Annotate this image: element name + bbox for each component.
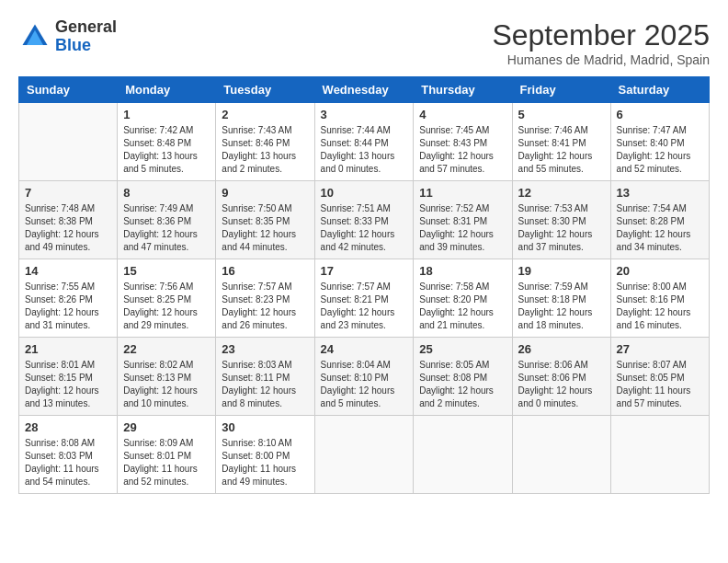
day-info: Sunrise: 8:02 AM Sunset: 8:13 PM Dayligh… [123,359,210,410]
week-row-2: 7Sunrise: 7:48 AM Sunset: 8:38 PM Daylig… [19,181,710,259]
day-info: Sunrise: 8:03 AM Sunset: 8:11 PM Dayligh… [222,359,308,410]
table-row: 24Sunrise: 8:04 AM Sunset: 8:10 PM Dayli… [314,338,414,416]
weekday-header-sunday: Sunday [19,77,118,103]
table-row: 7Sunrise: 7:48 AM Sunset: 8:38 PM Daylig… [19,181,118,259]
title-area: September 2025 Humanes de Madrid, Madrid… [492,18,710,67]
day-info: Sunrise: 7:53 AM Sunset: 8:30 PM Dayligh… [518,202,605,254]
day-info: Sunrise: 7:58 AM Sunset: 8:20 PM Dayligh… [419,281,506,332]
table-row: 30Sunrise: 8:10 AM Sunset: 8:00 PM Dayli… [216,416,314,494]
day-info: Sunrise: 8:05 AM Sunset: 8:08 PM Dayligh… [419,359,506,410]
day-info: Sunrise: 7:47 AM Sunset: 8:40 PM Dayligh… [617,124,703,176]
calendar-body: 1Sunrise: 7:42 AM Sunset: 8:48 PM Daylig… [19,103,710,494]
day-number: 9 [222,186,308,200]
table-row [414,416,512,494]
day-number: 2 [222,108,308,121]
day-number: 27 [617,342,703,356]
table-row: 13Sunrise: 7:54 AM Sunset: 8:28 PM Dayli… [610,181,709,259]
day-info: Sunrise: 8:01 AM Sunset: 8:15 PM Dayligh… [25,359,111,410]
week-row-3: 14Sunrise: 7:55 AM Sunset: 8:26 PM Dayli… [19,259,710,338]
day-number: 22 [123,342,210,356]
table-row: 3Sunrise: 7:44 AM Sunset: 8:44 PM Daylig… [314,103,414,181]
day-number: 15 [123,264,210,278]
day-info: Sunrise: 7:52 AM Sunset: 8:31 PM Dayligh… [419,202,506,254]
table-row: 29Sunrise: 8:09 AM Sunset: 8:01 PM Dayli… [118,416,216,494]
day-number: 12 [518,186,605,200]
table-row: 16Sunrise: 7:57 AM Sunset: 8:23 PM Dayli… [216,259,314,338]
weekday-header-friday: Friday [512,77,610,103]
table-row: 8Sunrise: 7:49 AM Sunset: 8:36 PM Daylig… [118,181,216,259]
day-number: 24 [321,342,408,356]
weekday-header-row: SundayMondayTuesdayWednesdayThursdayFrid… [19,77,710,103]
day-info: Sunrise: 7:50 AM Sunset: 8:35 PM Dayligh… [222,202,308,254]
month-title: September 2025 [492,18,710,52]
day-info: Sunrise: 7:56 AM Sunset: 8:25 PM Dayligh… [123,281,210,332]
day-number: 29 [123,420,210,434]
table-row: 22Sunrise: 8:02 AM Sunset: 8:13 PM Dayli… [118,338,216,416]
day-number: 17 [321,264,408,278]
day-info: Sunrise: 8:09 AM Sunset: 8:01 PM Dayligh… [123,437,210,488]
day-number: 23 [222,342,308,356]
day-info: Sunrise: 8:10 AM Sunset: 8:00 PM Dayligh… [222,437,308,488]
day-info: Sunrise: 7:43 AM Sunset: 8:46 PM Dayligh… [222,124,308,176]
day-info: Sunrise: 7:51 AM Sunset: 8:33 PM Dayligh… [321,202,408,254]
table-row: 5Sunrise: 7:46 AM Sunset: 8:41 PM Daylig… [512,103,610,181]
day-info: Sunrise: 7:49 AM Sunset: 8:36 PM Dayligh… [123,202,210,254]
day-number: 3 [321,108,408,121]
day-info: Sunrise: 7:46 AM Sunset: 8:41 PM Dayligh… [518,124,605,176]
table-row: 19Sunrise: 7:59 AM Sunset: 8:18 PM Dayli… [512,259,610,338]
table-row: 15Sunrise: 7:56 AM Sunset: 8:25 PM Dayli… [118,259,216,338]
day-number: 26 [518,342,605,356]
logo-icon [18,20,51,53]
table-row: 26Sunrise: 8:06 AM Sunset: 8:06 PM Dayli… [512,338,610,416]
day-info: Sunrise: 7:59 AM Sunset: 8:18 PM Dayligh… [518,281,605,332]
day-info: Sunrise: 7:44 AM Sunset: 8:44 PM Dayligh… [321,124,408,176]
week-row-4: 21Sunrise: 8:01 AM Sunset: 8:15 PM Dayli… [19,338,710,416]
table-row [19,103,118,181]
day-number: 30 [222,420,308,434]
logo-text: General Blue [55,18,117,55]
day-number: 7 [25,186,111,200]
day-info: Sunrise: 7:48 AM Sunset: 8:38 PM Dayligh… [25,202,111,254]
table-row: 9Sunrise: 7:50 AM Sunset: 8:35 PM Daylig… [216,181,314,259]
day-info: Sunrise: 8:06 AM Sunset: 8:06 PM Dayligh… [518,359,605,410]
weekday-header-monday: Monday [118,77,216,103]
table-row [512,416,610,494]
table-row: 2Sunrise: 7:43 AM Sunset: 8:46 PM Daylig… [216,103,314,181]
day-number: 28 [25,420,111,434]
table-row: 18Sunrise: 7:58 AM Sunset: 8:20 PM Dayli… [414,259,512,338]
week-row-5: 28Sunrise: 8:08 AM Sunset: 8:03 PM Dayli… [19,416,710,494]
location: Humanes de Madrid, Madrid, Spain [492,52,710,67]
day-number: 16 [222,264,308,278]
table-row: 10Sunrise: 7:51 AM Sunset: 8:33 PM Dayli… [314,181,414,259]
table-row: 23Sunrise: 8:03 AM Sunset: 8:11 PM Dayli… [216,338,314,416]
table-row: 11Sunrise: 7:52 AM Sunset: 8:31 PM Dayli… [414,181,512,259]
calendar-header: SundayMondayTuesdayWednesdayThursdayFrid… [19,77,710,103]
day-info: Sunrise: 8:04 AM Sunset: 8:10 PM Dayligh… [321,359,408,410]
day-number: 4 [419,108,506,121]
weekday-header-wednesday: Wednesday [314,77,414,103]
day-number: 20 [617,264,703,278]
table-row: 27Sunrise: 8:07 AM Sunset: 8:05 PM Dayli… [610,338,709,416]
table-row: 25Sunrise: 8:05 AM Sunset: 8:08 PM Dayli… [414,338,512,416]
logo: General Blue [18,18,117,55]
day-number: 21 [25,342,111,356]
day-info: Sunrise: 7:54 AM Sunset: 8:28 PM Dayligh… [617,202,703,254]
table-row [314,416,414,494]
day-number: 5 [518,108,605,121]
weekday-header-saturday: Saturday [610,77,709,103]
day-number: 18 [419,264,506,278]
day-number: 19 [518,264,605,278]
day-number: 25 [419,342,506,356]
table-row: 28Sunrise: 8:08 AM Sunset: 8:03 PM Dayli… [19,416,118,494]
table-row: 20Sunrise: 8:00 AM Sunset: 8:16 PM Dayli… [610,259,709,338]
day-number: 6 [617,108,703,121]
table-row: 21Sunrise: 8:01 AM Sunset: 8:15 PM Dayli… [19,338,118,416]
table-row [610,416,709,494]
table-row: 12Sunrise: 7:53 AM Sunset: 8:30 PM Dayli… [512,181,610,259]
day-number: 10 [321,186,408,200]
table-row: 1Sunrise: 7:42 AM Sunset: 8:48 PM Daylig… [118,103,216,181]
weekday-header-tuesday: Tuesday [216,77,314,103]
weekday-header-thursday: Thursday [414,77,512,103]
day-info: Sunrise: 8:08 AM Sunset: 8:03 PM Dayligh… [25,437,111,488]
day-number: 8 [123,186,210,200]
